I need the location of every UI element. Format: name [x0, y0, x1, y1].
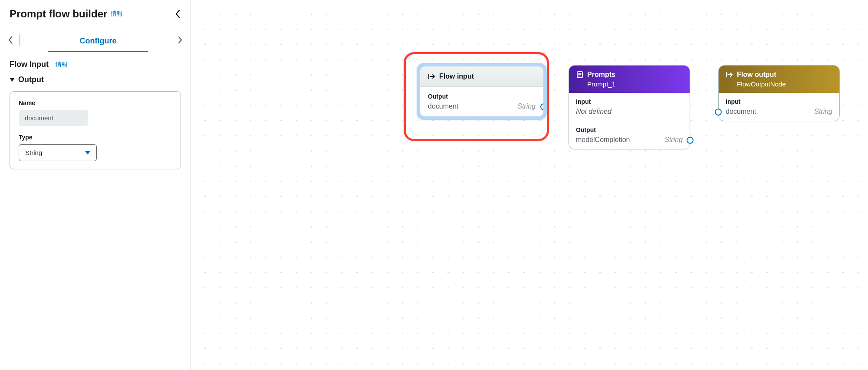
node-flow-output-input-label: Input: [726, 98, 832, 105]
output-card: Name document Type String: [10, 91, 181, 169]
tab-configure-label: Configure: [80, 36, 117, 45]
node-flow-input[interactable]: Flow input Output document String: [417, 63, 547, 120]
node-prompts[interactable]: Prompts Prompt_1 Input Not defined Outpu…: [569, 65, 690, 149]
name-label: Name: [19, 99, 172, 106]
tab-configure[interactable]: Configure: [22, 29, 174, 52]
node-flow-input-header[interactable]: Flow input: [420, 66, 543, 87]
collapse-sidebar-button[interactable]: [175, 9, 181, 19]
output-expander[interactable]: Output: [10, 75, 181, 84]
sidebar: Prompt flow builder 情報 Configure Flow In…: [0, 0, 191, 370]
node-prompts-input-section: Input Not defined: [569, 93, 690, 121]
flow-input-icon: [428, 73, 436, 80]
section-info-link[interactable]: 情報: [56, 61, 68, 69]
node-flow-input-title: Flow input: [439, 73, 474, 80]
node-prompts-output-section: Output modelCompletion String: [569, 121, 690, 149]
sidebar-title: Prompt flow builder: [10, 8, 107, 20]
flow-canvas[interactable]: Flow input Output document String P: [191, 0, 868, 370]
flow-output-icon: [726, 71, 733, 78]
tab-divider: [16, 34, 22, 46]
sidebar-header: Prompt flow builder 情報: [0, 0, 191, 28]
node-prompts-output-label: Output: [576, 126, 683, 133]
node-prompts-header[interactable]: Prompts Prompt_1: [569, 66, 690, 93]
type-select-value: String: [25, 149, 42, 156]
node-flow-input-output-label: Output: [428, 93, 536, 100]
port-output[interactable]: [540, 103, 543, 110]
node-prompts-output-name: modelCompletion: [576, 136, 630, 144]
node-flow-input-output-type: String: [517, 102, 536, 110]
node-flow-output-input-section: Input document String: [719, 93, 839, 121]
node-flow-output-header[interactable]: Flow output FlowOutputNode: [719, 66, 839, 93]
section-title-row: Flow Input 情報: [10, 60, 181, 69]
node-flow-input-output-name: document: [428, 102, 458, 110]
tab-active-underline: [48, 51, 148, 52]
output-expander-label: Output: [18, 75, 44, 84]
document-icon: [576, 71, 584, 79]
tab-prev-button[interactable]: [4, 28, 16, 52]
node-flow-output-input-name: document: [726, 108, 756, 116]
node-flow-output-input-type: String: [814, 108, 832, 116]
tab-bar: Configure: [0, 28, 191, 52]
node-flow-output[interactable]: Flow output FlowOutputNode Input documen…: [718, 65, 840, 121]
chevron-down-icon: [10, 78, 15, 82]
chevron-down-icon: [85, 151, 90, 155]
sidebar-info-link[interactable]: 情報: [111, 10, 123, 18]
node-prompts-input-label: Input: [576, 98, 683, 105]
node-prompts-input-name: Not defined: [576, 108, 612, 116]
type-select[interactable]: String: [19, 144, 97, 161]
port-input[interactable]: [715, 109, 722, 116]
configure-panel: Flow Input 情報 Output Name document Type …: [0, 52, 191, 177]
name-field: document: [19, 110, 88, 126]
node-flow-output-title: Flow output: [737, 71, 776, 79]
tab-next-button[interactable]: [174, 28, 186, 52]
port-output[interactable]: [687, 137, 694, 144]
type-label: Type: [19, 134, 172, 141]
node-prompts-output-type: String: [664, 136, 683, 144]
node-prompts-subtitle: Prompt_1: [576, 80, 683, 88]
section-title: Flow Input: [10, 60, 49, 69]
node-prompts-title: Prompts: [587, 71, 615, 79]
node-flow-output-subtitle: FlowOutputNode: [726, 80, 832, 88]
